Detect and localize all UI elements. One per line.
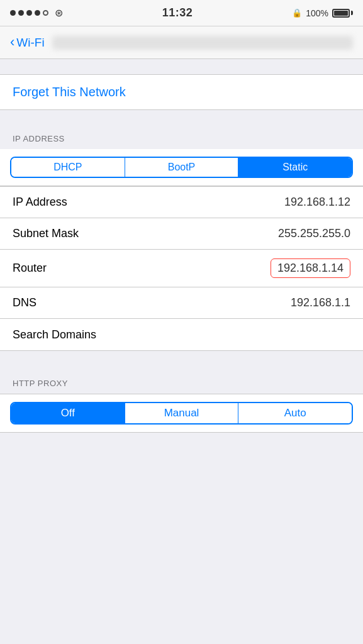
status-bar: ⊛ 11:32 🔒 100% [0, 0, 363, 26]
signal-dot-1 [10, 10, 16, 16]
seg-btn-static[interactable]: Static [238, 158, 352, 177]
dns-value: 192.168.1.1 [291, 296, 350, 309]
status-right: 🔒 100% [292, 8, 353, 18]
seg-btn-dhcp-label: DHCP [53, 162, 82, 173]
proxy-seg-btn-auto[interactable]: Auto [238, 403, 352, 423]
http-proxy-header-text: HTTP PROXY [13, 379, 68, 388]
forget-network-button[interactable]: Forget This Network [0, 75, 363, 109]
subnet-mask-label: Subnet Mask [13, 227, 79, 240]
search-domains-label: Search Domains [13, 328, 96, 341]
bottom-fill [0, 433, 363, 483]
ip-address-value: 192.168.1.12 [284, 196, 350, 209]
proxy-gap [0, 351, 363, 370]
lock-icon: 🔒 [292, 8, 302, 18]
ip-address-label: IP Address [13, 196, 67, 209]
http-proxy-header-section: HTTP PROXY [0, 370, 363, 394]
signal-dot-5 [43, 10, 48, 16]
status-time: 11:32 [162, 6, 193, 19]
ip-segment-container: DHCP BootP Static [0, 149, 363, 186]
wifi-icon: ⊛ [55, 7, 63, 19]
signal-dot-4 [35, 10, 40, 16]
battery-percent: 100% [306, 8, 328, 18]
seg-btn-bootp-label: BootP [168, 162, 196, 173]
signal-dot-3 [26, 10, 32, 16]
network-settings-section: IP Address 192.168.1.12 Subnet Mask 255.… [0, 186, 363, 351]
proxy-seg-off-label: Off [61, 407, 75, 419]
table-row: Search Domains [0, 319, 363, 350]
signal-dot-2 [18, 10, 24, 16]
nav-bar: ‹ Wi-Fi [0, 26, 363, 59]
seg-btn-dhcp[interactable]: DHCP [11, 158, 125, 177]
seg-btn-static-label: Static [282, 162, 308, 173]
gap-1 [0, 59, 363, 74]
back-chevron-icon: ‹ [10, 35, 14, 49]
table-row: IP Address 192.168.1.12 [0, 187, 363, 218]
router-value[interactable]: 192.168.1.14 [271, 258, 350, 278]
back-label: Wi-Fi [16, 36, 44, 50]
table-row: Router 192.168.1.14 [0, 250, 363, 287]
proxy-seg-manual-label: Manual [164, 407, 199, 419]
proxy-segment-container: Off Manual Auto [0, 394, 363, 433]
gap-2 [0, 110, 363, 125]
table-row: Subnet Mask 255.255.255.0 [0, 218, 363, 250]
battery-icon [332, 9, 353, 18]
router-label: Router [13, 262, 47, 275]
ip-header-text: IP ADDRESS [13, 134, 65, 143]
nav-title-blurred [52, 36, 353, 50]
dns-label: DNS [13, 296, 36, 309]
forget-section: Forget This Network [0, 74, 363, 110]
table-row: DNS 192.168.1.1 [0, 287, 363, 319]
proxy-seg-btn-manual[interactable]: Manual [125, 403, 239, 423]
seg-btn-bootp[interactable]: BootP [125, 158, 239, 177]
back-button[interactable]: ‹ Wi-Fi [10, 36, 45, 50]
ip-segmented-control: DHCP BootP Static [10, 157, 353, 178]
proxy-seg-auto-label: Auto [284, 407, 306, 419]
proxy-seg-btn-off[interactable]: Off [11, 403, 125, 423]
ip-section-header: IP ADDRESS [0, 125, 363, 149]
signal-area: ⊛ [10, 7, 63, 19]
proxy-segmented-control: Off Manual Auto [10, 402, 353, 425]
subnet-mask-value: 255.255.255.0 [278, 227, 350, 240]
forget-network-label: Forget This Network [13, 85, 126, 99]
